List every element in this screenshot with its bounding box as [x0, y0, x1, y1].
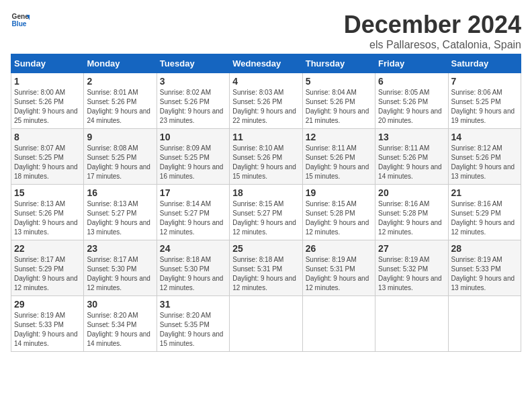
- calendar-cell: 13Sunrise: 8:11 AMSunset: 5:26 PMDayligh…: [375, 129, 448, 185]
- day-info: Sunrise: 8:16 AMSunset: 5:29 PMDaylight:…: [451, 199, 518, 237]
- day-number: 25: [232, 243, 299, 254]
- day-number: 29: [14, 299, 81, 310]
- day-number: 11: [232, 132, 299, 142]
- calendar-cell: 17Sunrise: 8:14 AMSunset: 5:27 PMDayligh…: [157, 185, 229, 240]
- day-number: 28: [451, 243, 518, 254]
- calendar-cell: 16Sunrise: 8:13 AMSunset: 5:27 PMDayligh…: [84, 185, 157, 240]
- day-number: 8: [14, 132, 81, 142]
- calendar-cell: 23Sunrise: 8:17 AMSunset: 5:30 PMDayligh…: [84, 240, 157, 296]
- day-info: Sunrise: 8:13 AMSunset: 5:27 PMDaylight:…: [87, 199, 153, 237]
- col-header-monday: Monday: [84, 54, 157, 73]
- day-number: 3: [160, 76, 226, 87]
- location-title: els Pallaresos, Catalonia, Spain: [344, 39, 521, 51]
- calendar-cell: [302, 296, 375, 352]
- day-number: 2: [87, 76, 153, 87]
- day-info: Sunrise: 8:15 AMSunset: 5:28 PMDaylight:…: [306, 199, 372, 237]
- day-info: Sunrise: 8:18 AMSunset: 5:31 PMDaylight:…: [232, 255, 299, 293]
- calendar-cell: 1Sunrise: 8:00 AMSunset: 5:26 PMDaylight…: [11, 73, 84, 129]
- day-info: Sunrise: 8:13 AMSunset: 5:26 PMDaylight:…: [14, 199, 81, 237]
- calendar-cell: 21Sunrise: 8:16 AMSunset: 5:29 PMDayligh…: [448, 185, 521, 240]
- day-info: Sunrise: 8:19 AMSunset: 5:33 PMDaylight:…: [14, 311, 81, 349]
- calendar-cell: [448, 296, 521, 352]
- calendar-cell: 9Sunrise: 8:08 AMSunset: 5:25 PMDaylight…: [84, 129, 157, 185]
- day-info: Sunrise: 8:14 AMSunset: 5:27 PMDaylight:…: [160, 199, 226, 237]
- day-number: 13: [378, 132, 445, 142]
- day-number: 1: [14, 76, 81, 87]
- col-header-wednesday: Wednesday: [230, 54, 302, 73]
- day-number: 21: [451, 187, 518, 198]
- title-area: December 2024 els Pallaresos, Catalonia,…: [344, 11, 521, 51]
- day-info: Sunrise: 8:05 AMSunset: 5:26 PMDaylight:…: [378, 88, 445, 126]
- calendar-cell: 2Sunrise: 8:01 AMSunset: 5:26 PMDaylight…: [84, 73, 157, 129]
- day-number: 20: [378, 187, 445, 198]
- day-number: 17: [160, 187, 226, 198]
- calendar-cell: [230, 296, 302, 352]
- day-number: 22: [14, 243, 81, 254]
- day-number: 14: [451, 132, 518, 142]
- day-number: 16: [87, 187, 153, 198]
- day-info: Sunrise: 8:10 AMSunset: 5:26 PMDaylight:…: [232, 144, 299, 181]
- calendar-cell: 15Sunrise: 8:13 AMSunset: 5:26 PMDayligh…: [11, 185, 84, 240]
- day-number: 7: [451, 76, 518, 87]
- day-info: Sunrise: 8:11 AMSunset: 5:26 PMDaylight:…: [306, 144, 372, 181]
- day-info: Sunrise: 8:19 AMSunset: 5:32 PMDaylight:…: [378, 255, 445, 293]
- day-number: 15: [14, 187, 81, 198]
- day-info: Sunrise: 8:17 AMSunset: 5:29 PMDaylight:…: [14, 255, 81, 293]
- col-header-friday: Friday: [375, 54, 448, 73]
- day-info: Sunrise: 8:03 AMSunset: 5:26 PMDaylight:…: [232, 88, 299, 126]
- day-info: Sunrise: 8:15 AMSunset: 5:27 PMDaylight:…: [232, 199, 299, 237]
- calendar-cell: 12Sunrise: 8:11 AMSunset: 5:26 PMDayligh…: [302, 129, 375, 185]
- day-info: Sunrise: 8:20 AMSunset: 5:34 PMDaylight:…: [87, 311, 153, 349]
- calendar-cell: 18Sunrise: 8:15 AMSunset: 5:27 PMDayligh…: [230, 185, 302, 240]
- calendar-cell: 11Sunrise: 8:10 AMSunset: 5:26 PMDayligh…: [230, 129, 302, 185]
- calendar-cell: 26Sunrise: 8:19 AMSunset: 5:31 PMDayligh…: [302, 240, 375, 296]
- day-number: 26: [306, 243, 372, 254]
- calendar-cell: 29Sunrise: 8:19 AMSunset: 5:33 PMDayligh…: [11, 296, 84, 352]
- col-header-thursday: Thursday: [302, 54, 375, 73]
- day-number: 23: [87, 243, 153, 254]
- col-header-saturday: Saturday: [448, 54, 521, 73]
- day-number: 19: [306, 187, 372, 198]
- col-header-sunday: Sunday: [11, 54, 84, 73]
- calendar-cell: 14Sunrise: 8:12 AMSunset: 5:26 PMDayligh…: [448, 129, 521, 185]
- day-info: Sunrise: 8:09 AMSunset: 5:25 PMDaylight:…: [160, 144, 226, 181]
- day-info: Sunrise: 8:18 AMSunset: 5:30 PMDaylight:…: [160, 255, 226, 293]
- day-number: 30: [87, 299, 153, 310]
- calendar-cell: 19Sunrise: 8:15 AMSunset: 5:28 PMDayligh…: [302, 185, 375, 240]
- calendar-cell: 20Sunrise: 8:16 AMSunset: 5:28 PMDayligh…: [375, 185, 448, 240]
- calendar-table: SundayMondayTuesdayWednesdayThursdayFrid…: [11, 54, 521, 352]
- calendar-cell: 10Sunrise: 8:09 AMSunset: 5:25 PMDayligh…: [157, 129, 229, 185]
- calendar-cell: 30Sunrise: 8:20 AMSunset: 5:34 PMDayligh…: [84, 296, 157, 352]
- calendar-header: SundayMondayTuesdayWednesdayThursdayFrid…: [11, 54, 521, 73]
- day-info: Sunrise: 8:20 AMSunset: 5:35 PMDaylight:…: [160, 311, 226, 349]
- day-number: 27: [378, 243, 445, 254]
- svg-text:Blue: Blue: [12, 20, 27, 28]
- col-header-tuesday: Tuesday: [157, 54, 229, 73]
- day-info: Sunrise: 8:08 AMSunset: 5:25 PMDaylight:…: [87, 144, 153, 181]
- calendar-cell: [375, 296, 448, 352]
- calendar-cell: 7Sunrise: 8:06 AMSunset: 5:25 PMDaylight…: [448, 73, 521, 129]
- day-number: 18: [232, 187, 299, 198]
- day-info: Sunrise: 8:02 AMSunset: 5:26 PMDaylight:…: [160, 88, 226, 126]
- calendar-cell: 8Sunrise: 8:07 AMSunset: 5:25 PMDaylight…: [11, 129, 84, 185]
- logo-icon: General Blue: [11, 11, 30, 30]
- calendar-cell: 4Sunrise: 8:03 AMSunset: 5:26 PMDaylight…: [230, 73, 302, 129]
- day-number: 12: [306, 132, 372, 142]
- calendar-cell: 24Sunrise: 8:18 AMSunset: 5:30 PMDayligh…: [157, 240, 229, 296]
- day-number: 5: [306, 76, 372, 87]
- day-number: 6: [378, 76, 445, 87]
- day-info: Sunrise: 8:19 AMSunset: 5:33 PMDaylight:…: [451, 255, 518, 293]
- day-info: Sunrise: 8:19 AMSunset: 5:31 PMDaylight:…: [306, 255, 372, 293]
- day-info: Sunrise: 8:16 AMSunset: 5:28 PMDaylight:…: [378, 199, 445, 237]
- svg-text:General: General: [12, 13, 30, 20]
- calendar-cell: 22Sunrise: 8:17 AMSunset: 5:29 PMDayligh…: [11, 240, 84, 296]
- day-number: 4: [232, 76, 299, 87]
- day-info: Sunrise: 8:07 AMSunset: 5:25 PMDaylight:…: [14, 144, 81, 181]
- month-title: December 2024: [344, 11, 521, 39]
- day-info: Sunrise: 8:01 AMSunset: 5:26 PMDaylight:…: [87, 88, 153, 126]
- day-number: 31: [160, 299, 226, 310]
- day-number: 24: [160, 243, 226, 254]
- calendar-cell: 6Sunrise: 8:05 AMSunset: 5:26 PMDaylight…: [375, 73, 448, 129]
- calendar-cell: 3Sunrise: 8:02 AMSunset: 5:26 PMDaylight…: [157, 73, 229, 129]
- day-info: Sunrise: 8:12 AMSunset: 5:26 PMDaylight:…: [451, 144, 518, 181]
